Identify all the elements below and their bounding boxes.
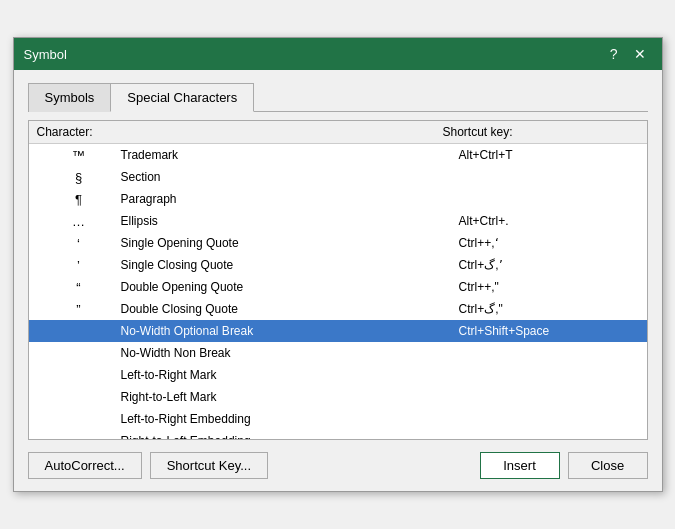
cell-name: Double Closing Quote [121,302,459,316]
table-row[interactable]: ’ Single Closing Quote Ctrl+گ,ʼ [29,254,647,276]
table-row[interactable]: ™ Trademark Alt+Ctrl+T [29,144,647,166]
left-buttons: AutoCorrect... Shortcut Key... [28,452,269,479]
cell-name: Left-to-Right Mark [121,368,459,382]
title-bar-controls: ? ✕ [604,45,652,63]
table-row[interactable]: Left-to-Right Mark [29,364,647,386]
column-header-shortcut: Shortcut key: [443,125,623,139]
cell-shortcut: Ctrl++," [459,280,639,294]
cell-shortcut: Ctrl+گ," [459,302,639,316]
table-body[interactable]: ™ Trademark Alt+Ctrl+T § Section ¶ Parag… [29,144,647,439]
table-row[interactable]: “ Double Opening Quote Ctrl++," [29,276,647,298]
cell-char: … [37,214,121,229]
column-header-character: Character: [37,125,137,139]
symbol-dialog: Symbol ? ✕ Symbols Special Characters Ch… [13,37,663,492]
cell-name: Ellipsis [121,214,459,228]
cell-shortcut: Ctrl+Shift+Space [459,324,639,338]
dialog-content: Symbols Special Characters Character: Sh… [14,70,662,491]
insert-button[interactable]: Insert [480,452,560,479]
cell-name: Right-to-Left Embedding [121,434,459,439]
cell-name: No-Width Optional Break [121,324,459,338]
cell-name: No-Width Non Break [121,346,459,360]
table-row[interactable]: Right-to-Left Embedding [29,430,647,439]
table-row[interactable]: No-Width Non Break [29,342,647,364]
help-button[interactable]: ? [604,45,624,63]
cell-char: ’ [37,258,121,273]
cell-shortcut: Alt+Ctrl+T [459,148,639,162]
close-button[interactable]: Close [568,452,648,479]
tab-special-characters[interactable]: Special Characters [110,83,254,112]
table-header: Character: Shortcut key: [29,121,647,144]
cell-name: Section [121,170,459,184]
bottom-buttons: AutoCorrect... Shortcut Key... Insert Cl… [28,452,648,479]
cell-shortcut: Ctrl+گ,ʼ [459,258,639,272]
table-row[interactable]: ” Double Closing Quote Ctrl+گ," [29,298,647,320]
cell-shortcut: Ctrl++,ʻ [459,236,639,250]
cell-name: Paragraph [121,192,459,206]
cell-char: ‘ [37,236,121,251]
character-table: Character: Shortcut key: ™ Trademark Alt… [28,120,648,440]
cell-name: Single Closing Quote [121,258,459,272]
cell-name: Left-to-Right Embedding [121,412,459,426]
cell-char: ” [37,302,121,317]
table-row[interactable]: ‘ Single Opening Quote Ctrl++,ʻ [29,232,647,254]
right-buttons: Insert Close [480,452,648,479]
cell-char: “ [37,280,121,295]
cell-char: ™ [37,148,121,163]
table-row[interactable]: Right-to-Left Mark [29,386,647,408]
dialog-close-button[interactable]: ✕ [628,45,652,63]
cell-char: ¶ [37,192,121,207]
cell-char: § [37,170,121,185]
dialog-title: Symbol [24,47,67,62]
tab-symbols[interactable]: Symbols [28,83,112,112]
column-header-name [137,125,443,139]
table-row[interactable]: … Ellipsis Alt+Ctrl+. [29,210,647,232]
table-row[interactable]: § Section [29,166,647,188]
autocorrect-button[interactable]: AutoCorrect... [28,452,142,479]
table-row[interactable]: No-Width Optional Break Ctrl+Shift+Space [29,320,647,342]
tab-bar: Symbols Special Characters [28,82,648,112]
table-row[interactable]: ¶ Paragraph [29,188,647,210]
table-row[interactable]: Left-to-Right Embedding [29,408,647,430]
cell-name: Double Opening Quote [121,280,459,294]
cell-name: Single Opening Quote [121,236,459,250]
shortcut-key-button[interactable]: Shortcut Key... [150,452,268,479]
title-bar: Symbol ? ✕ [14,38,662,70]
cell-name: Right-to-Left Mark [121,390,459,404]
cell-shortcut: Alt+Ctrl+. [459,214,639,228]
cell-name: Trademark [121,148,459,162]
